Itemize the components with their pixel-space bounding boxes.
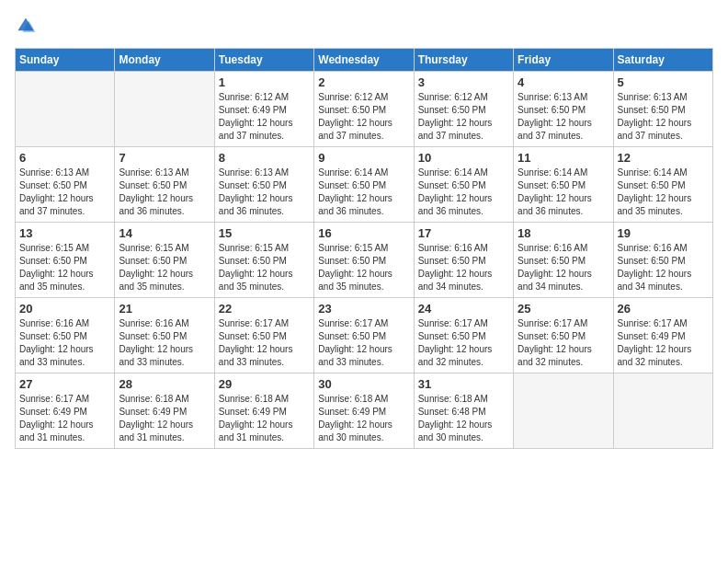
calendar-cell: 8Sunrise: 6:13 AMSunset: 6:50 PMDaylight… <box>214 147 313 223</box>
calendar-cell <box>16 72 115 147</box>
day-info: Sunrise: 6:12 AMSunset: 6:50 PMDaylight:… <box>418 91 509 143</box>
day-number: 20 <box>19 302 110 316</box>
weekday-header-tuesday: Tuesday <box>214 49 313 72</box>
calendar-cell: 20Sunrise: 6:16 AMSunset: 6:50 PMDayligh… <box>16 298 115 373</box>
calendar-week-1: 1Sunrise: 6:12 AMSunset: 6:49 PMDaylight… <box>16 72 713 147</box>
calendar-cell: 18Sunrise: 6:16 AMSunset: 6:50 PMDayligh… <box>514 223 613 298</box>
day-info: Sunrise: 6:13 AMSunset: 6:50 PMDaylight:… <box>19 167 110 218</box>
calendar-cell: 27Sunrise: 6:17 AMSunset: 6:49 PMDayligh… <box>16 373 115 449</box>
calendar-cell <box>514 373 613 449</box>
day-info: Sunrise: 6:13 AMSunset: 6:50 PMDaylight:… <box>219 167 310 218</box>
calendar-cell: 28Sunrise: 6:18 AMSunset: 6:49 PMDayligh… <box>115 373 214 449</box>
calendar-cell: 25Sunrise: 6:17 AMSunset: 6:50 PMDayligh… <box>514 298 613 373</box>
day-number: 21 <box>119 302 210 316</box>
day-number: 17 <box>418 226 509 240</box>
day-number: 2 <box>318 75 409 89</box>
calendar-cell: 7Sunrise: 6:13 AMSunset: 6:50 PMDaylight… <box>115 147 214 223</box>
calendar-header-row: SundayMondayTuesdayWednesdayThursdayFrid… <box>16 49 713 72</box>
day-number: 5 <box>618 75 709 89</box>
calendar-cell: 6Sunrise: 6:13 AMSunset: 6:50 PMDaylight… <box>16 147 115 223</box>
day-info: Sunrise: 6:13 AMSunset: 6:50 PMDaylight:… <box>119 167 210 218</box>
day-number: 15 <box>219 226 310 240</box>
day-number: 24 <box>418 302 509 316</box>
calendar-cell: 12Sunrise: 6:14 AMSunset: 6:50 PMDayligh… <box>613 147 712 223</box>
weekday-header-monday: Monday <box>115 49 214 72</box>
calendar-cell <box>613 373 712 449</box>
weekday-header-friday: Friday <box>514 49 613 72</box>
day-number: 12 <box>618 151 709 165</box>
calendar-cell: 3Sunrise: 6:12 AMSunset: 6:50 PMDaylight… <box>414 72 513 147</box>
day-number: 28 <box>119 377 210 391</box>
day-info: Sunrise: 6:16 AMSunset: 6:50 PMDaylight:… <box>19 317 110 369</box>
day-info: Sunrise: 6:17 AMSunset: 6:49 PMDaylight:… <box>19 393 110 444</box>
day-number: 19 <box>618 226 709 240</box>
day-info: Sunrise: 6:14 AMSunset: 6:50 PMDaylight:… <box>618 167 709 218</box>
weekday-header-wednesday: Wednesday <box>314 49 414 72</box>
day-info: Sunrise: 6:15 AMSunset: 6:50 PMDaylight:… <box>19 242 110 293</box>
calendar-week-3: 13Sunrise: 6:15 AMSunset: 6:50 PMDayligh… <box>16 223 713 298</box>
day-number: 6 <box>19 151 110 165</box>
day-info: Sunrise: 6:12 AMSunset: 6:50 PMDaylight:… <box>318 91 409 143</box>
calendar-cell: 11Sunrise: 6:14 AMSunset: 6:50 PMDayligh… <box>514 147 613 223</box>
day-info: Sunrise: 6:18 AMSunset: 6:49 PMDaylight:… <box>219 393 310 444</box>
day-info: Sunrise: 6:14 AMSunset: 6:50 PMDaylight:… <box>318 167 409 218</box>
calendar-cell: 24Sunrise: 6:17 AMSunset: 6:50 PMDayligh… <box>414 298 513 373</box>
day-number: 30 <box>318 377 409 391</box>
calendar-cell: 13Sunrise: 6:15 AMSunset: 6:50 PMDayligh… <box>16 223 115 298</box>
day-number: 7 <box>119 151 210 165</box>
day-number: 1 <box>219 75 310 89</box>
day-number: 27 <box>19 377 110 391</box>
day-info: Sunrise: 6:16 AMSunset: 6:50 PMDaylight:… <box>418 242 509 293</box>
day-number: 23 <box>318 302 409 316</box>
calendar-cell: 4Sunrise: 6:13 AMSunset: 6:50 PMDaylight… <box>514 72 613 147</box>
day-info: Sunrise: 6:16 AMSunset: 6:50 PMDaylight:… <box>119 317 210 369</box>
day-info: Sunrise: 6:12 AMSunset: 6:49 PMDaylight:… <box>219 91 310 143</box>
day-info: Sunrise: 6:17 AMSunset: 6:50 PMDaylight:… <box>518 317 609 369</box>
day-number: 4 <box>518 75 609 89</box>
calendar-cell: 9Sunrise: 6:14 AMSunset: 6:50 PMDaylight… <box>314 147 414 223</box>
calendar-cell: 10Sunrise: 6:14 AMSunset: 6:50 PMDayligh… <box>414 147 513 223</box>
weekday-header-thursday: Thursday <box>414 49 513 72</box>
day-number: 13 <box>19 226 110 240</box>
calendar-cell: 17Sunrise: 6:16 AMSunset: 6:50 PMDayligh… <box>414 223 513 298</box>
day-info: Sunrise: 6:17 AMSunset: 6:50 PMDaylight:… <box>219 317 310 369</box>
calendar-cell: 14Sunrise: 6:15 AMSunset: 6:50 PMDayligh… <box>115 223 214 298</box>
calendar-cell: 1Sunrise: 6:12 AMSunset: 6:49 PMDaylight… <box>214 72 313 147</box>
day-info: Sunrise: 6:18 AMSunset: 6:49 PMDaylight:… <box>119 393 210 444</box>
day-info: Sunrise: 6:17 AMSunset: 6:50 PMDaylight:… <box>318 317 409 369</box>
calendar-cell: 19Sunrise: 6:16 AMSunset: 6:50 PMDayligh… <box>613 223 712 298</box>
calendar-week-5: 27Sunrise: 6:17 AMSunset: 6:49 PMDayligh… <box>16 373 713 449</box>
logo <box>15 15 40 37</box>
day-info: Sunrise: 6:17 AMSunset: 6:50 PMDaylight:… <box>418 317 509 369</box>
page-header <box>15 15 713 37</box>
calendar-cell: 16Sunrise: 6:15 AMSunset: 6:50 PMDayligh… <box>314 223 414 298</box>
day-number: 18 <box>518 226 609 240</box>
day-number: 26 <box>618 302 709 316</box>
calendar-cell: 2Sunrise: 6:12 AMSunset: 6:50 PMDaylight… <box>314 72 414 147</box>
day-number: 10 <box>418 151 509 165</box>
calendar-cell: 26Sunrise: 6:17 AMSunset: 6:49 PMDayligh… <box>613 298 712 373</box>
calendar-week-2: 6Sunrise: 6:13 AMSunset: 6:50 PMDaylight… <box>16 147 713 223</box>
day-number: 3 <box>418 75 509 89</box>
calendar-cell: 5Sunrise: 6:13 AMSunset: 6:50 PMDaylight… <box>613 72 712 147</box>
day-info: Sunrise: 6:18 AMSunset: 6:49 PMDaylight:… <box>318 393 409 444</box>
weekday-header-sunday: Sunday <box>16 49 115 72</box>
day-info: Sunrise: 6:16 AMSunset: 6:50 PMDaylight:… <box>618 242 709 293</box>
day-number: 11 <box>518 151 609 165</box>
day-info: Sunrise: 6:15 AMSunset: 6:50 PMDaylight:… <box>119 242 210 293</box>
day-number: 25 <box>518 302 609 316</box>
day-number: 8 <box>219 151 310 165</box>
day-number: 22 <box>219 302 310 316</box>
day-number: 9 <box>318 151 409 165</box>
calendar-table: SundayMondayTuesdayWednesdayThursdayFrid… <box>15 48 713 449</box>
day-number: 29 <box>219 377 310 391</box>
calendar-cell: 29Sunrise: 6:18 AMSunset: 6:49 PMDayligh… <box>214 373 313 449</box>
calendar-cell: 21Sunrise: 6:16 AMSunset: 6:50 PMDayligh… <box>115 298 214 373</box>
calendar-cell: 15Sunrise: 6:15 AMSunset: 6:50 PMDayligh… <box>214 223 313 298</box>
calendar-cell <box>115 72 214 147</box>
calendar-cell: 22Sunrise: 6:17 AMSunset: 6:50 PMDayligh… <box>214 298 313 373</box>
day-info: Sunrise: 6:16 AMSunset: 6:50 PMDaylight:… <box>518 242 609 293</box>
day-info: Sunrise: 6:18 AMSunset: 6:48 PMDaylight:… <box>418 393 509 444</box>
day-info: Sunrise: 6:15 AMSunset: 6:50 PMDaylight:… <box>219 242 310 293</box>
calendar-week-4: 20Sunrise: 6:16 AMSunset: 6:50 PMDayligh… <box>16 298 713 373</box>
